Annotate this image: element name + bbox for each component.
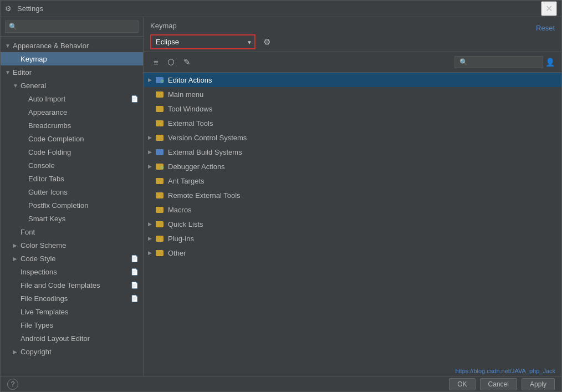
sidebar-item-label: File and Code Templates: [21, 281, 129, 289]
sidebar-item-label: Color Scheme: [21, 241, 139, 250]
sidebar-item-auto-import[interactable]: Auto Import📄: [1, 92, 143, 105]
keymap-tree-item-macros[interactable]: Macros: [144, 202, 561, 217]
sidebar-item-code-folding[interactable]: Code Folding: [1, 145, 143, 159]
sidebar-item-file-code-templates[interactable]: File and Code Templates📄: [1, 278, 143, 292]
keymap-tree-item-debugger-actions[interactable]: ▶⚙Debugger Actions: [144, 159, 561, 174]
tree-arrow: ▶: [13, 349, 21, 355]
sidebar-item-label: Console: [28, 161, 139, 170]
sidebar-item-label: Copyright: [21, 348, 139, 356]
apply-button[interactable]: Apply: [522, 378, 555, 390]
kt-arrow: ▶: [148, 77, 156, 83]
kt-item-label: Plug-ins: [168, 235, 557, 243]
keymap-tree-item-main-menu[interactable]: Main menu: [144, 87, 561, 101]
sidebar-item-keymap[interactable]: Keymap: [1, 52, 143, 65]
title-bar: ⚙ Settings ✕: [1, 1, 561, 17]
sidebar-item-label: Appearance & Behavior: [13, 42, 139, 50]
kt-item-label: External Tools: [168, 119, 557, 128]
cancel-button[interactable]: Cancel: [480, 378, 517, 390]
sidebar-item-inspections[interactable]: Inspections📄: [1, 265, 143, 278]
keymap-tree-item-remote-external[interactable]: Remote External Tools: [144, 188, 561, 202]
keymap-tree-item-editor-actions[interactable]: ▶⚙Editor Actions: [144, 73, 561, 87]
sidebar-item-breadcrumbs[interactable]: Breadcrumbs: [1, 119, 143, 132]
sidebar-item-label: Code Folding: [28, 148, 139, 156]
sidebar-item-code-completion[interactable]: Code Completion: [1, 132, 143, 145]
keymap-tree-item-plug-ins[interactable]: ▶Plug-ins: [144, 231, 561, 246]
sidebar-item-code-style[interactable]: ▶Code Style📄: [1, 252, 143, 265]
copy-icon: 📄: [131, 282, 139, 289]
sidebar-item-label: Appearance: [28, 108, 139, 116]
kt-arrow: ▶: [148, 149, 156, 155]
keymap-section-title: Keymap: [150, 22, 177, 30]
sidebar-item-console[interactable]: Console: [1, 159, 143, 172]
sidebar-item-android-layout[interactable]: Android Layout Editor: [1, 332, 143, 345]
reset-button[interactable]: Reset: [536, 24, 555, 32]
folder-icon: ⚙: [156, 75, 166, 84]
sidebar-item-label: Android Layout Editor: [21, 334, 139, 343]
kt-arrow: ▶: [148, 164, 156, 169]
keymap-dropdown-container: Eclipse Default Emacs NetBeans 6.5 Visua…: [150, 34, 256, 49]
sidebar-item-label: General: [21, 82, 139, 90]
keymap-tree-item-ant-targets[interactable]: Ant Targets: [144, 174, 561, 188]
sidebar-item-smart-keys[interactable]: Smart Keys: [1, 212, 143, 225]
sidebar-item-label: File Encodings: [21, 294, 129, 303]
keymap-tree-item-other[interactable]: ▶Other: [144, 246, 561, 260]
folder-icon: [156, 119, 166, 128]
sidebar-tree: ▼Appearance & BehaviorKeymap▼Editor▼Gene…: [1, 37, 143, 376]
kt-item-label: Main menu: [168, 90, 557, 99]
bottom-actions: OK Cancel Apply: [449, 378, 555, 390]
kt-item-label: Version Control Systems: [168, 134, 557, 142]
sidebar-item-live-templates[interactable]: Live Templates: [1, 305, 143, 318]
sidebar-item-font[interactable]: Font: [1, 225, 143, 238]
keymap-header: Keymap Reset Eclipse Default Emacs NetBe…: [144, 17, 561, 52]
sidebar-item-color-scheme[interactable]: ▶Color Scheme: [1, 238, 143, 252]
sidebar-item-file-types[interactable]: File Types: [1, 318, 143, 332]
window-title: Settings: [17, 4, 541, 13]
tree-arrow: ▼: [5, 69, 13, 75]
sidebar-item-label: Code Completion: [28, 135, 139, 143]
keymap-tree-item-external-tools[interactable]: External Tools: [144, 116, 561, 130]
sidebar-item-gutter-icons[interactable]: Gutter Icons: [1, 185, 143, 198]
copy-icon: 📄: [131, 255, 139, 262]
sidebar-item-general[interactable]: ▼General: [1, 79, 143, 92]
expand-all-button[interactable]: ≡: [150, 56, 162, 69]
keymap-search-by-shortcut-button[interactable]: 👤: [545, 58, 555, 67]
folder-icon: [156, 176, 166, 185]
keymap-dropdown[interactable]: Eclipse Default Emacs NetBeans 6.5 Visua…: [150, 34, 256, 49]
folder-icon: [156, 104, 166, 113]
sidebar-item-editor-tabs[interactable]: Editor Tabs: [1, 172, 143, 185]
sidebar-item-copyright[interactable]: ▶Copyright: [1, 345, 143, 358]
edit-shortcut-button[interactable]: ✎: [180, 55, 194, 69]
keymap-tree-item-version-control[interactable]: ▶Version Control Systems: [144, 130, 561, 145]
tree-arrow: ▶: [13, 256, 21, 262]
sidebar-item-file-encodings[interactable]: File Encodings📄: [1, 292, 143, 305]
sidebar-item-label: Breadcrumbs: [28, 121, 139, 130]
keymap-search-input[interactable]: [454, 56, 543, 68]
keymap-control-row: Eclipse Default Emacs NetBeans 6.5 Visua…: [150, 34, 555, 49]
ok-button[interactable]: OK: [449, 378, 475, 390]
sidebar-item-label: Smart Keys: [28, 215, 139, 223]
kt-item-label: Debugger Actions: [168, 162, 557, 171]
main-content: ▼Appearance & BehaviorKeymap▼Editor▼Gene…: [1, 17, 561, 376]
kt-item-label: Ant Targets: [168, 177, 557, 185]
copy-icon: 📄: [131, 295, 139, 302]
sidebar-item-label: Editor: [13, 68, 139, 77]
sidebar-item-appearance-behavior[interactable]: ▼Appearance & Behavior: [1, 39, 143, 52]
close-button[interactable]: ✕: [541, 1, 557, 16]
help-button[interactable]: ?: [7, 379, 18, 390]
keymap-settings-gear-button[interactable]: ⚙: [260, 36, 274, 48]
sidebar-item-postfix-completion[interactable]: Postfix Completion: [1, 198, 143, 212]
tree-arrow: ▼: [5, 43, 13, 49]
right-panel: Keymap Reset Eclipse Default Emacs NetBe…: [144, 17, 561, 376]
collapse-all-button[interactable]: ⬡: [164, 55, 178, 69]
keymap-tree-item-tool-windows[interactable]: Tool Windows: [144, 101, 561, 116]
sidebar-search-input[interactable]: [5, 21, 139, 33]
sidebar-item-appearance[interactable]: Appearance: [1, 105, 143, 119]
sidebar-item-editor[interactable]: ▼Editor: [1, 65, 143, 79]
sidebar-item-label: Live Templates: [21, 308, 139, 316]
copy-icon: 📄: [131, 268, 139, 276]
keymap-tree-item-external-build[interactable]: ▶External Build Systems: [144, 145, 561, 159]
sidebar-item-label: Keymap: [21, 55, 139, 63]
keymap-tree-item-quick-lists[interactable]: ▶Quick Lists: [144, 217, 561, 231]
kt-item-label: Editor Actions: [168, 76, 557, 84]
sidebar-item-label: Font: [21, 228, 139, 236]
